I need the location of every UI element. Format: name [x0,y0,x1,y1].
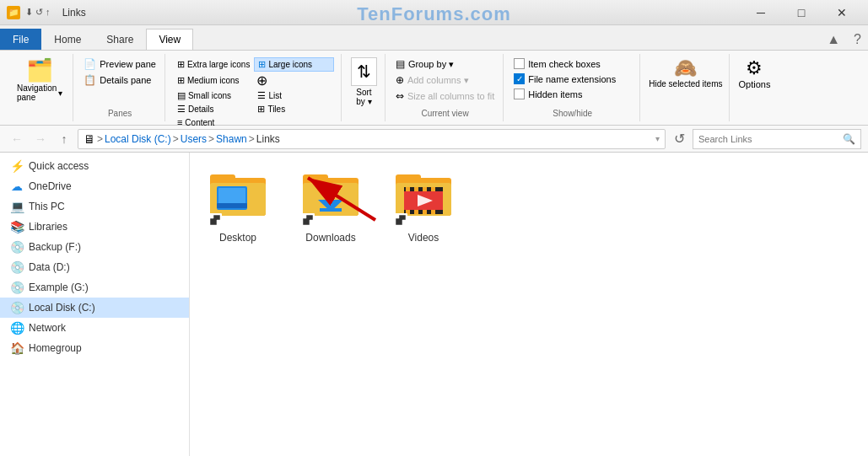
back-button[interactable]: ← [7,129,27,149]
content-button[interactable]: ≡Content [174,116,253,128]
quick-access-toolbar: ⬇ ↺ ↑ [25,7,51,18]
sidebar-item-libraries[interactable]: 📚 Libraries [0,217,189,237]
tab-view[interactable]: View [146,29,193,50]
path-segment-drive[interactable]: Local Disk (C:) [105,133,171,145]
svg-rect-21 [406,187,410,191]
quick-access-icon: ⚡ [10,159,24,173]
title-bar-title: Links [62,7,86,19]
ribbon-content: 🗂️ Navigationpane ▾ 📄 Preview pane 📋 Det… [0,51,868,125]
details-button[interactable]: ☰Details [174,103,253,115]
large-icons-button[interactable]: ⊞Large icons [254,57,333,72]
ribbon-tabs: File Home Share View ▲ ? [0,25,868,51]
svg-rect-26 [414,210,418,214]
close-button[interactable]: ✕ [822,0,861,25]
tab-file[interactable]: File [0,29,41,50]
sidebar-item-homegroup[interactable]: 🏠 Homegroup [0,338,189,358]
panes-label: Panes [82,105,158,118]
file-item-videos[interactable]: Videos [385,163,461,249]
file-item-desktop[interactable]: Desktop [200,163,276,249]
path-separator-2: > [173,133,179,145]
up-button[interactable]: ↑ [54,129,74,149]
path-separator-4: > [249,133,255,145]
svg-rect-9 [303,174,328,183]
tab-home[interactable]: Home [41,29,94,50]
svg-rect-23 [423,187,427,191]
main-area: ⚡ Quick access ☁ OneDrive 💻 This PC 📚 Li… [0,153,868,456]
maximize-button[interactable]: □ [782,0,821,25]
size-all-columns-button[interactable]: ⇔ Size all columns to fit [394,89,496,103]
file-area: Desktop [190,153,868,456]
svg-rect-22 [414,187,418,191]
small-icons-button[interactable]: ▤Small icons [174,89,253,102]
navigation-pane-button[interactable]: 🗂️ Navigationpane ▾ [13,54,66,105]
title-bar: 📁 ⬇ ↺ ↑ Links ─ □ ✕ [0,0,868,25]
preview-pane-button[interactable]: 📄 Preview pane [82,57,158,71]
network-icon: 🌐 [10,321,24,335]
refresh-button[interactable]: ↺ [669,129,689,149]
details-pane-button[interactable]: 📋 Details pane [82,73,158,87]
sidebar-item-quick-access[interactable]: ⚡ Quick access [0,156,189,176]
libraries-icon: 📚 [10,220,24,233]
onedrive-icon: ☁ [10,180,24,193]
list-button[interactable]: ☰List [254,89,333,102]
add-columns-button[interactable]: ⊕ Add columns ▾ [394,73,496,87]
sidebar-item-local-disk[interactable]: 💿 Local Disk (C:) [0,298,189,318]
svg-rect-2 [210,174,235,183]
search-input[interactable] [698,134,839,144]
local-disk-icon: 💿 [10,301,24,314]
window-controls: ─ □ ✕ [741,0,861,25]
svg-rect-27 [423,210,427,214]
sidebar-item-backup[interactable]: 💿 Backup (F:) [0,237,189,257]
layout-expand-button[interactable]: ⊕ [254,72,269,89]
search-icon: 🔍 [843,133,855,145]
medium-icons-button[interactable]: ⊞Medium icons [174,72,253,89]
path-dropdown-arrow[interactable]: ▾ [655,134,660,143]
sidebar-item-onedrive[interactable]: ☁ OneDrive [0,176,189,196]
sort-by-button[interactable]: ⇅ Sortby ▾ [351,57,377,106]
path-separator-3: > [208,133,214,145]
path-segment-current[interactable]: Links [256,133,280,145]
hidden-items-toggle[interactable]: Hidden items [512,88,617,100]
group-by-button[interactable]: ▤ Group by ▾ [394,57,496,71]
svg-rect-16 [396,174,421,183]
homegroup-icon: 🏠 [10,341,24,355]
extra-large-icons-button[interactable]: ⊞Extra large icons [174,57,253,72]
address-path[interactable]: 🖥 > Local Disk (C:) > Users > Shawn > Li… [78,129,666,149]
backup-drive-icon: 💿 [10,240,24,254]
ribbon-collapse[interactable]: ▲ [820,29,847,50]
videos-folder-icon [394,168,453,227]
hidden-items-checkbox[interactable] [514,89,525,99]
sidebar-item-example[interactable]: 💿 Example (G:) [0,277,189,298]
path-segment-users[interactable]: Users [181,133,207,145]
file-name-extensions-checkbox[interactable]: ✓ [514,73,525,84]
shortcut-arrow-downloads [301,213,315,227]
tab-share[interactable]: Share [94,29,146,50]
tiles-button[interactable]: ⊞Tiles [254,103,333,115]
shortcut-arrow-desktop [208,213,222,227]
svg-rect-5 [218,188,245,205]
item-checkboxes-checkbox[interactable] [514,58,525,69]
sidebar-item-data[interactable]: 💿 Data (D:) [0,257,189,277]
sidebar-item-network[interactable]: 🌐 Network [0,318,189,338]
file-item-downloads[interactable]: Downloads [293,163,369,249]
sidebar-item-this-pc[interactable]: 💻 This PC [0,196,189,217]
hide-selected-button[interactable]: 🙈 Hide selected items [642,54,730,121]
downloads-folder-icon [301,168,360,227]
search-box: 🔍 [693,129,861,149]
file-name-extensions-toggle[interactable]: ✓ File name extensions [512,72,617,85]
show-hide-title: Show/hide [512,105,633,118]
desktop-folder-icon [208,168,267,227]
svg-rect-28 [431,210,435,214]
item-checkboxes-toggle[interactable]: Item check boxes [512,57,617,70]
current-view-title: Current view [394,105,496,118]
minimize-button[interactable]: ─ [741,0,780,25]
path-segment-shawn[interactable]: Shawn [216,133,247,145]
address-bar: ← → ↑ 🖥 > Local Disk (C:) > Users > Shaw… [0,126,868,153]
options-button[interactable]: ⚙ Options [731,54,777,121]
ribbon-help[interactable]: ? [847,29,868,50]
ribbon: File Home Share View ▲ ? 🗂️ Navigationpa… [0,25,868,126]
sidebar: ⚡ Quick access ☁ OneDrive 💻 This PC 📚 Li… [0,153,190,456]
forward-button[interactable]: → [30,129,51,149]
path-separator-1: > [97,133,103,145]
shortcut-arrow-videos [394,213,407,227]
